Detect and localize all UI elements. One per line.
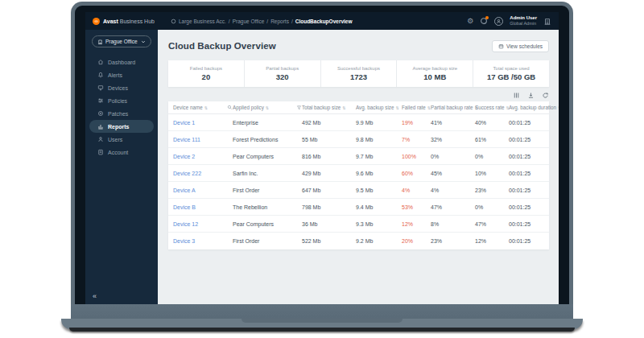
avatar[interactable] bbox=[494, 17, 503, 26]
chart-icon bbox=[97, 123, 104, 130]
backup-table: Device name⇅ Applied policy⇅ Total backu… bbox=[168, 101, 549, 249]
stat-average-backup-size: Average backup size 10 MB bbox=[396, 60, 473, 87]
bell-icon bbox=[97, 72, 104, 78]
sidebar-item-patches[interactable]: Patches bbox=[89, 107, 154, 120]
breadcrumb-item[interactable]: Prague Office bbox=[233, 19, 265, 24]
breadcrumb-item[interactable]: Reports bbox=[270, 19, 289, 24]
stat-total-space-used: Total space used 17 GB /50 GB bbox=[473, 60, 549, 87]
sort-icon[interactable]: ⇅ bbox=[266, 105, 269, 110]
success-rate-cell: 0% bbox=[475, 154, 509, 159]
table-row: Device 2 Pear Computers 816 Mb 9.7 Mb 10… bbox=[168, 148, 549, 165]
sidebar-item-devices[interactable]: Devices bbox=[89, 81, 154, 94]
device-link[interactable]: Device 12 bbox=[173, 221, 233, 227]
failed-rate-cell: 100% bbox=[402, 154, 431, 159]
filter-icon[interactable] bbox=[296, 105, 302, 110]
sliders-icon bbox=[97, 97, 104, 104]
sidebar-item-users[interactable]: Users bbox=[89, 133, 154, 146]
chevron-down-icon bbox=[141, 39, 146, 44]
company-building-icon[interactable] bbox=[543, 17, 551, 26]
patch-icon bbox=[97, 110, 104, 117]
success-rate-cell: 61% bbox=[475, 137, 509, 142]
notification-badge-dot bbox=[485, 16, 489, 19]
column-header-avg-backup-size[interactable]: Avg. backup size⇅ bbox=[356, 105, 402, 110]
site-selector[interactable]: Prague Office bbox=[92, 35, 151, 47]
device-link[interactable]: Device 1 bbox=[173, 120, 233, 126]
stat-value: 10 MB bbox=[423, 72, 446, 81]
document-icon bbox=[97, 149, 104, 155]
total-size-cell: 429 Mb bbox=[302, 171, 356, 176]
sidebar-item-label: Devices bbox=[108, 85, 128, 91]
policy-cell: The Rebellion bbox=[233, 204, 302, 210]
column-header-success-rate[interactable]: Success rate⇅ bbox=[475, 105, 509, 110]
duration-cell: 00:01:25 bbox=[509, 171, 550, 176]
device-link[interactable]: Device A bbox=[173, 188, 233, 193]
total-size-cell: 492 Mb bbox=[302, 120, 356, 126]
sidebar-item-policies[interactable]: Policies bbox=[89, 94, 154, 107]
avast-logo-icon bbox=[93, 18, 100, 25]
laptop-hinge bbox=[71, 304, 573, 320]
brand-rest: Business Hub bbox=[118, 19, 155, 24]
policy-cell: Pear Computers bbox=[233, 221, 302, 227]
device-link[interactable]: Device 222 bbox=[173, 171, 233, 176]
column-header-device-name[interactable]: Device name⇅ bbox=[173, 105, 233, 110]
device-link[interactable]: Device 2 bbox=[173, 154, 233, 159]
column-label: Applied policy bbox=[233, 105, 264, 110]
sort-icon[interactable]: ⇅ bbox=[204, 105, 208, 110]
partial-rate-cell: 4% bbox=[431, 188, 475, 193]
column-header-applied-policy[interactable]: Applied policy⇅ bbox=[233, 105, 302, 110]
breadcrumb: Large Business Acc. / Prague Office / Re… bbox=[171, 19, 353, 24]
page-header: Cloud Backup Overview View schedules bbox=[168, 37, 549, 55]
total-size-cell: 647 Mb bbox=[302, 188, 356, 193]
brand-title: Avast Business Hub bbox=[103, 19, 155, 24]
topbar-actions: ⚙ Admin User Global Admin bbox=[467, 15, 551, 27]
duration-cell: 00:01:25 bbox=[509, 238, 550, 244]
sort-icon[interactable]: ⇅ bbox=[396, 105, 399, 110]
columns-icon[interactable] bbox=[513, 92, 520, 99]
search-icon[interactable] bbox=[227, 105, 233, 110]
table-row: Device B The Rebellion 798 Mb 9.4 Mb 53%… bbox=[168, 199, 549, 216]
main-content: Cloud Backup Overview View schedules Fai… bbox=[158, 30, 559, 304]
download-icon[interactable] bbox=[527, 92, 535, 99]
user-block[interactable]: Admin User Global Admin bbox=[510, 15, 537, 27]
view-schedules-button[interactable]: View schedules bbox=[492, 40, 549, 52]
column-header-partial-backup-rate[interactable]: Partial backup rate⇅ bbox=[431, 105, 475, 110]
policy-cell: Forest Predictions bbox=[233, 137, 302, 142]
stat-value: 20 bbox=[202, 72, 211, 81]
column-header-avg-backup-duration[interactable]: Avg. backup duration⇅ bbox=[509, 105, 550, 110]
device-link[interactable]: Device 3 bbox=[173, 238, 233, 244]
failed-rate-cell: 7% bbox=[402, 137, 431, 142]
column-header-total-backup-size[interactable]: Total backup size⇅ bbox=[302, 105, 356, 110]
breadcrumb-item[interactable]: Large Business Acc. bbox=[179, 19, 226, 24]
sidebar-item-alerts[interactable]: Alerts bbox=[89, 68, 154, 81]
sidebar-collapse-icon[interactable]: « bbox=[93, 292, 97, 300]
column-label: Success rate bbox=[475, 105, 504, 110]
laptop-base-shadow bbox=[69, 328, 575, 332]
partial-rate-cell: 41% bbox=[431, 120, 475, 126]
view-schedules-label: View schedules bbox=[506, 43, 543, 49]
sidebar-item-dashboard[interactable]: Dashboard bbox=[89, 56, 154, 68]
column-header-failed-rate[interactable]: Failed rate⇅ bbox=[402, 105, 431, 110]
policy-cell: Sarfin Inc. bbox=[233, 171, 302, 176]
breadcrumb-item-current: CloudBackupOverview bbox=[295, 19, 353, 24]
sidebar-item-label: Alerts bbox=[108, 72, 122, 78]
device-link[interactable]: Device 111 bbox=[173, 137, 233, 142]
total-size-cell: 816 Mb bbox=[302, 154, 356, 159]
device-link[interactable]: Device B bbox=[173, 204, 233, 210]
sidebar-item-reports[interactable]: Reports bbox=[89, 120, 154, 133]
page-title: Cloud Backup Overview bbox=[168, 41, 276, 51]
stat-label: Total space used bbox=[493, 66, 530, 71]
partial-rate-cell: 47% bbox=[431, 204, 475, 210]
site-selector-label: Prague Office bbox=[105, 39, 138, 44]
column-label: Total backup size bbox=[302, 105, 341, 110]
column-label: Partial backup rate bbox=[431, 105, 473, 110]
sort-icon[interactable]: ⇅ bbox=[558, 105, 559, 110]
sidebar-item-account[interactable]: Account bbox=[89, 146, 154, 159]
refresh-icon[interactable] bbox=[542, 92, 549, 99]
table-row: Device 111 Forest Predictions 55 Mb 9.8 … bbox=[168, 131, 549, 148]
duration-cell: 00:01:25 bbox=[509, 204, 550, 210]
notifications-icon[interactable] bbox=[480, 17, 488, 25]
settings-gear-icon[interactable]: ⚙ bbox=[467, 18, 473, 25]
laptop-screen-bezel: Avast Business Hub Large Business Acc. /… bbox=[71, 2, 573, 304]
partial-rate-cell: 45% bbox=[431, 171, 475, 176]
sort-icon[interactable]: ⇅ bbox=[342, 105, 345, 110]
